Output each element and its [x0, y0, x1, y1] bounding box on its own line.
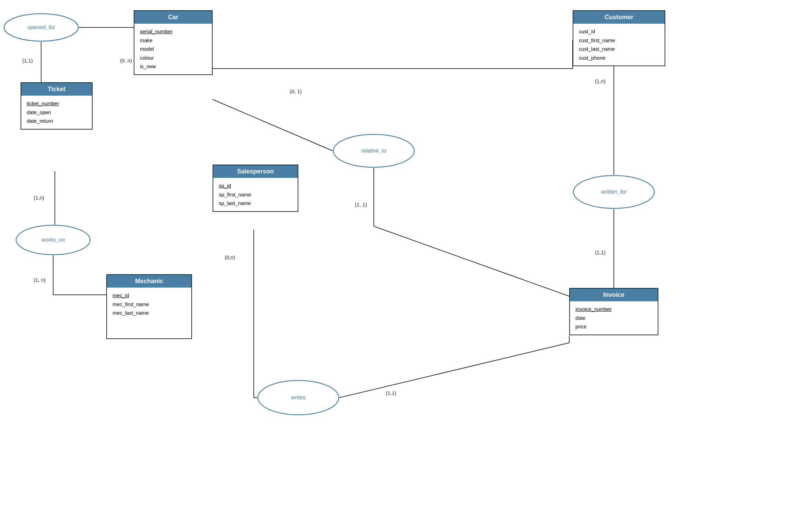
entity-ticket: Ticket ticket_number date_open date_retu… — [21, 82, 93, 130]
entity-ticket-body: ticket_number date_open date_return — [21, 96, 92, 129]
connector-lines — [0, 0, 799, 532]
entity-mechanic: Mechanic mec_id mec_first_name mec_last_… — [106, 274, 192, 339]
card-relative-to-invoice: (1, 1) — [355, 202, 367, 207]
entity-customer: Customer cust_id cust_first_name cust_la… — [573, 10, 665, 66]
card-ticket-works-on: (1,n) — [34, 195, 44, 201]
relationship-opened-for: opened_for — [3, 13, 79, 42]
er-diagram: Car serial_number make model colour is_n… — [0, 0, 799, 532]
relationship-relative-to: relative_to — [333, 134, 415, 168]
entity-customer-header: Customer — [573, 11, 665, 24]
entity-customer-body: cust_id cust_first_name cust_last_name c… — [573, 24, 665, 65]
entity-invoice-header: Invoice — [570, 289, 658, 301]
entity-invoice: Invoice invoice_number date price — [569, 288, 658, 335]
entity-mechanic-header: Mechanic — [107, 275, 191, 288]
card-opened-for-car: (0, n) — [120, 58, 132, 63]
entity-salesperson: Salesperson sp_id sp_first_name sp_last_… — [213, 165, 298, 212]
relationship-writes: writes — [257, 380, 339, 415]
relationship-works-on: works_on — [15, 225, 91, 255]
entity-salesperson-header: Salesperson — [213, 165, 298, 178]
entity-car-body: serial_number make model colour is_new — [134, 24, 212, 74]
relationship-written-for: written_for — [573, 175, 655, 209]
card-salesperson-writes: (0,n) — [225, 254, 235, 260]
svg-line-2 — [213, 99, 333, 151]
card-opened-for-ticket: (1,1) — [22, 58, 33, 63]
entity-car-header: Car — [134, 11, 212, 24]
entity-ticket-header: Ticket — [21, 83, 92, 96]
card-works-on-mechanic: (1, n) — [34, 277, 46, 283]
entity-invoice-body: invoice_number date price — [570, 301, 658, 335]
entity-mechanic-body: mec_id mec_first_name mec_last_name — [107, 288, 191, 338]
entity-salesperson-body: sp_id sp_first_name sp_last_name — [213, 178, 298, 211]
entity-car: Car serial_number make model colour is_n… — [134, 10, 213, 75]
card-writes-invoice: (1,1) — [386, 390, 396, 396]
card-written-for-invoice: (1,1) — [595, 250, 606, 255]
card-car-relative-to: (0, 1) — [290, 88, 302, 94]
card-customer-written-for: (1,n) — [595, 78, 606, 84]
svg-line-14 — [339, 343, 569, 398]
